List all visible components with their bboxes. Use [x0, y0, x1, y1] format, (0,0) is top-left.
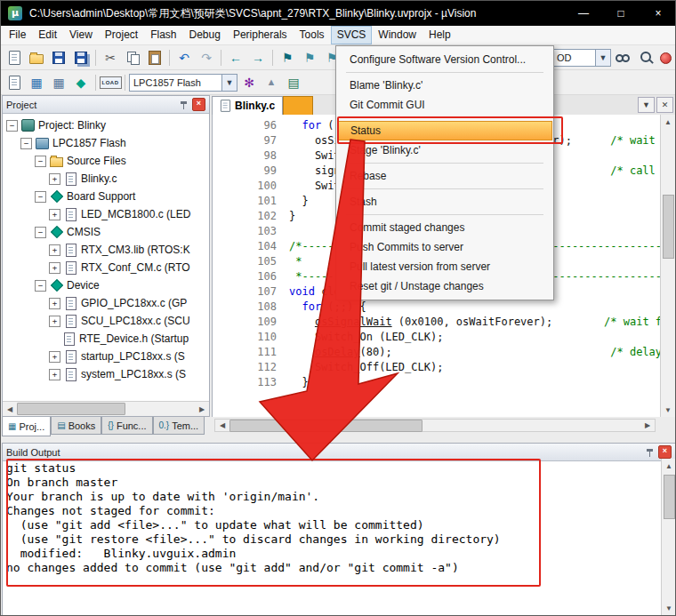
panel-tab-func[interactable]: {}Func... — [101, 417, 152, 435]
save-all-button[interactable] — [70, 48, 92, 68]
scrollbar-thumb[interactable] — [229, 420, 422, 432]
expand-icon[interactable]: + — [49, 369, 60, 380]
tree-item[interactable]: −Board Support — [3, 188, 209, 205]
chevron-down-icon[interactable]: ▼ — [595, 50, 610, 66]
document-list-dropdown[interactable]: ▼ — [638, 97, 655, 113]
panel-tab-proj[interactable]: ▦Proj... — [2, 417, 51, 436]
find-combo[interactable]: OD ▼ — [552, 49, 611, 67]
breakpoint-button[interactable] — [656, 48, 675, 68]
tree-item[interactable]: −Device — [3, 276, 209, 294]
pin-icon[interactable] — [180, 100, 189, 109]
redo-button[interactable]: ↷ — [196, 48, 217, 68]
tree-item[interactable]: +GPIO_LPC18xx.c (GP — [3, 294, 209, 312]
svcs-menu-item-reset-git-unstage-changes[interactable]: Reset git / Unstage changes — [337, 276, 552, 296]
build-output-close-button[interactable]: × — [658, 445, 672, 459]
scrollbar-thumb[interactable] — [663, 195, 674, 259]
menu-project[interactable]: Project — [99, 26, 144, 44]
tree-item[interactable]: RTE_Device.h (Startup — [3, 330, 209, 348]
search-button[interactable] — [634, 48, 654, 68]
scroll-right-icon[interactable]: ▶ — [195, 402, 209, 416]
expand-icon[interactable]: + — [49, 351, 60, 363]
undo-button[interactable]: ↶ — [173, 48, 195, 68]
menu-view[interactable]: View — [63, 26, 99, 44]
editor-tab-blinky[interactable]: Blinky.c — [212, 96, 283, 115]
menu-edit[interactable]: Edit — [32, 26, 63, 44]
rebuild-button[interactable]: ▦ — [48, 73, 69, 92]
find-in-files-button[interactable] — [613, 48, 632, 68]
build-button[interactable]: ▦ — [26, 73, 47, 92]
svcs-menu-item-stash[interactable]: Stash — [337, 192, 552, 212]
project-horizontal-scrollbar[interactable]: ◀ ▶ — [3, 401, 209, 416]
pin-icon[interactable] — [646, 448, 655, 457]
tree-item[interactable]: +RTX_CM3.lib (RTOS:K — [3, 241, 209, 259]
tree-item[interactable]: +SCU_LPC18xx.c (SCU — [3, 312, 209, 330]
maximize-button[interactable]: □ — [602, 1, 640, 26]
scroll-down-icon[interactable]: ▼ — [662, 601, 676, 615]
expand-icon[interactable]: + — [49, 173, 60, 185]
menu-window[interactable]: Window — [372, 26, 422, 44]
navigate-back-button[interactable]: ← — [225, 48, 246, 68]
menu-help[interactable]: Help — [422, 26, 457, 44]
menu-peripherals[interactable]: Peripherals — [227, 26, 294, 44]
scroll-down-icon[interactable]: ▼ — [661, 403, 675, 417]
tree-item[interactable]: +RTX_Conf_CM.c (RTO — [3, 259, 209, 276]
close-document-button[interactable]: ✕ — [656, 97, 673, 113]
translate-button[interactable] — [4, 73, 25, 92]
menu-tools[interactable]: Tools — [294, 26, 331, 44]
copy-button[interactable] — [122, 48, 143, 68]
menu-file[interactable]: File — [3, 26, 32, 44]
editor-vertical-scrollbar[interactable]: ▲ ▼ — [660, 115, 675, 417]
tree-item[interactable]: −Project: Blinky — [3, 116, 209, 134]
cut-button[interactable]: ✂ — [100, 48, 121, 68]
close-button[interactable]: × — [640, 1, 676, 26]
collapse-icon[interactable]: − — [35, 156, 46, 167]
svcs-menu-item-git-commit-gui[interactable]: Git Commit GUI — [337, 95, 552, 115]
collapse-icon[interactable]: − — [35, 280, 46, 292]
svcs-menu-item-pull-latest-version-from-server[interactable]: Pull latest version from server — [337, 257, 552, 276]
editor-horizontal-scrollbar[interactable]: ◀ ▶ — [214, 419, 656, 432]
svcs-menu-item-configure-software-version-control[interactable]: Configure Software Version Control... — [337, 50, 552, 69]
tree-item[interactable]: −LPC1857 Flash — [3, 134, 209, 152]
scroll-left-icon[interactable]: ◀ — [215, 419, 229, 433]
target-selector[interactable]: LPC1857 Flash ▼ — [129, 74, 237, 92]
svcs-menu-item-rebase[interactable]: Rebase — [337, 166, 552, 186]
tree-item[interactable]: −CMSIS — [3, 223, 209, 241]
options-for-target-button[interactable]: ✻ — [238, 73, 260, 92]
chevron-down-icon[interactable]: ▼ — [221, 75, 237, 91]
scrollbar-thumb[interactable] — [664, 475, 675, 519]
editor-tab-highlighted[interactable] — [283, 96, 313, 115]
expand-icon[interactable]: + — [49, 316, 60, 327]
project-close-button[interactable]: × — [192, 98, 205, 111]
pack-installer-button[interactable]: ▤ — [283, 73, 304, 92]
panel-tab-tem[interactable]: 0.}Tem... — [153, 417, 205, 435]
expand-icon[interactable]: + — [49, 262, 60, 274]
collapse-icon[interactable]: − — [6, 120, 18, 132]
minimize-button[interactable]: — — [565, 1, 602, 26]
new-file-button[interactable] — [4, 48, 25, 68]
save-button[interactable] — [48, 48, 69, 68]
tree-item[interactable]: +LED_MCB1800.c (LED — [3, 205, 209, 223]
tree-item[interactable]: +startup_LPC18xx.s (S — [3, 348, 209, 365]
file-extensions-button[interactable]: ▲ — [261, 73, 282, 92]
open-file-button[interactable] — [26, 48, 47, 68]
scroll-left-icon[interactable]: ◀ — [3, 402, 17, 416]
scroll-up-icon[interactable]: ▲ — [662, 459, 676, 473]
panel-tab-books[interactable]: ▤Books — [51, 417, 101, 435]
navigate-forward-button[interactable]: → — [247, 48, 269, 68]
tree-item[interactable]: −Source Files — [3, 152, 209, 170]
load-application-button[interactable]: LOAD — [100, 73, 121, 92]
menu-debug[interactable]: Debug — [183, 26, 227, 44]
menu-svcs[interactable]: SVCS — [331, 26, 373, 44]
build-output-scrollbar[interactable]: ▲ ▼ — [661, 459, 675, 615]
svcs-menu-item-commit-staged-changes[interactable]: Commit staged changes — [337, 218, 552, 237]
bookmark-prev-button[interactable]: ⚑ — [299, 48, 320, 68]
tree-item[interactable]: +system_LPC18xx.s (S — [3, 365, 209, 383]
scrollbar-thumb[interactable] — [17, 403, 125, 415]
collapse-icon[interactable]: − — [35, 227, 46, 238]
scroll-right-icon[interactable]: ▶ — [640, 419, 655, 433]
tree-item[interactable]: +Blinky.c — [3, 170, 209, 188]
svcs-menu-item-push-commits-to-server[interactable]: Push Commits to server — [337, 237, 552, 257]
menu-flash[interactable]: Flash — [144, 26, 182, 44]
collapse-icon[interactable]: − — [35, 191, 46, 203]
collapse-icon[interactable]: − — [20, 138, 32, 149]
